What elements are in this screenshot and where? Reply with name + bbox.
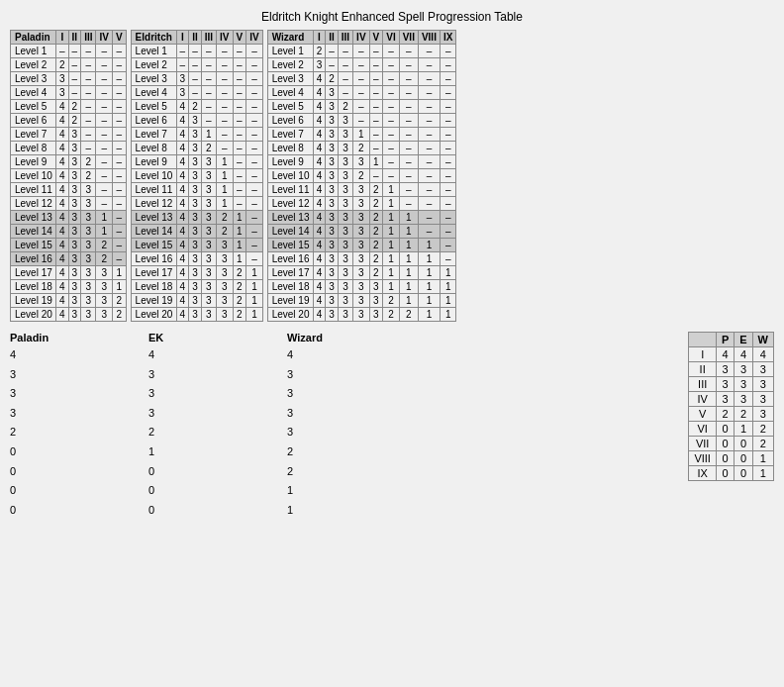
- table-row: Level 1: [11, 45, 56, 58]
- table-row: Level 3: [267, 72, 313, 86]
- list-item: 2: [287, 442, 426, 462]
- table-row: Level 15: [131, 239, 176, 252]
- wiz-col-1: I: [313, 31, 326, 45]
- table-row: Level 12: [131, 197, 176, 211]
- ek-col-6: IV: [246, 31, 262, 45]
- eldritch-table-container: Eldritch I II III IV V IV Level 1––––––L…: [131, 30, 263, 322]
- table-row: Level 9: [11, 155, 56, 169]
- list-item: 4: [287, 345, 426, 365]
- table-row: Level 2: [11, 58, 56, 72]
- ek-col-1: I: [176, 31, 189, 45]
- table-row: Level 13: [267, 211, 313, 225]
- wiz-col-7: VII: [399, 31, 418, 45]
- page-title: Eldritch Knight Enhanced Spell Progressi…: [10, 10, 774, 24]
- list-item: 3: [10, 365, 148, 385]
- ek-col-2: II: [189, 31, 202, 45]
- list-item: 3: [287, 404, 426, 424]
- table-row: Level 7: [11, 128, 56, 142]
- wizard-values: 433332211: [287, 345, 426, 520]
- bottom-wizard-label: Wizard: [287, 332, 426, 344]
- wiz-col-4: IV: [353, 31, 369, 45]
- sum-col-e: E: [735, 333, 752, 347]
- table-row: Level 13: [11, 211, 56, 225]
- table-row: Level 5: [267, 100, 313, 114]
- table-row: Level 8: [11, 142, 56, 155]
- table-row: Level 18: [131, 280, 176, 294]
- list-item: 0: [10, 442, 148, 462]
- table-row: Level 5: [131, 100, 176, 114]
- table-row: Level 15: [267, 239, 313, 252]
- table-row: Level 6: [267, 114, 313, 128]
- table-row: Level 4: [131, 86, 176, 100]
- table-row: Level 8: [267, 142, 313, 155]
- list-item: 2: [10, 423, 148, 442]
- table-row: Level 2: [267, 58, 313, 72]
- eldritch-table: Eldritch I II III IV V IV Level 1––––––L…: [131, 30, 263, 322]
- table-row: Level 4: [11, 86, 56, 100]
- table-row: Level 12: [11, 197, 56, 211]
- ek-col-3: III: [201, 31, 216, 45]
- sum-col-blank: [689, 333, 717, 347]
- wiz-col-3: III: [338, 31, 352, 45]
- table-row: Level 6: [131, 114, 176, 128]
- table-row: Level 9: [131, 155, 176, 169]
- eldritch-header: Eldritch: [131, 31, 176, 45]
- ek-col-4: IV: [217, 31, 233, 45]
- table-row: Level 2: [131, 58, 176, 72]
- list-item: 2: [148, 423, 287, 442]
- paladin-col-1: I: [56, 31, 69, 45]
- list-item: 0: [148, 501, 287, 521]
- table-row: Level 20: [267, 308, 313, 322]
- paladin-table-container: Paladin I II III IV V Level 1–––––Level …: [10, 30, 127, 322]
- table-row: Level 16: [267, 252, 313, 266]
- wiz-col-6: VI: [383, 31, 399, 45]
- table-row: Level 1: [131, 45, 176, 58]
- table-row: Level 10: [131, 169, 176, 183]
- list-item: 1: [148, 442, 287, 462]
- wizard-table-container: Wizard I II III IV V VI VII VIII IX Leve…: [267, 30, 457, 322]
- wizard-table: Wizard I II III IV V VI VII VIII IX Leve…: [267, 30, 457, 322]
- bottom-wizard: Wizard 433332211: [287, 332, 426, 520]
- wiz-col-2: II: [326, 31, 339, 45]
- table-row: Level 10: [267, 169, 313, 183]
- list-item: 3: [148, 384, 287, 404]
- table-row: Level 17: [267, 266, 313, 280]
- list-item: 3: [287, 384, 426, 404]
- table-row: Level 20: [131, 308, 176, 322]
- list-item: 4: [10, 345, 148, 365]
- wiz-col-5: V: [369, 31, 383, 45]
- paladin-col-3: III: [81, 31, 96, 45]
- paladin-col-4: IV: [96, 31, 112, 45]
- table-row: Level 10: [11, 169, 56, 183]
- bottom-ek: EK 433321000: [148, 332, 287, 520]
- wizard-header: Wizard: [267, 31, 313, 45]
- table-row: Level 5: [11, 100, 56, 114]
- list-item: 1: [287, 501, 426, 521]
- table-row: Level 11: [11, 183, 56, 197]
- table-row: Level 19: [11, 294, 56, 308]
- table-row: Level 12: [267, 197, 313, 211]
- table-row: Level 7: [131, 128, 176, 142]
- table-row: Level 8: [131, 142, 176, 155]
- list-item: 0: [10, 501, 148, 521]
- table-row: Level 14: [267, 225, 313, 239]
- ek-values: 433321000: [148, 345, 287, 520]
- list-item: 3: [148, 365, 287, 385]
- list-item: 3: [10, 404, 148, 424]
- table-row: Level 17: [131, 266, 176, 280]
- list-item: 3: [10, 384, 148, 404]
- table-row: Level 9: [267, 155, 313, 169]
- table-row: Level 19: [267, 294, 313, 308]
- list-item: 1: [287, 481, 426, 501]
- sum-col-w: W: [752, 333, 773, 347]
- table-row: Level 4: [267, 86, 313, 100]
- bottom-paladin: Paladin 433320000: [10, 332, 148, 520]
- wiz-col-9: IX: [440, 31, 455, 45]
- main-tables-row: Paladin I II III IV V Level 1–––––Level …: [10, 30, 774, 322]
- summary-table-container: P E W I444II333III333IV333V223VI012VII00…: [688, 332, 774, 520]
- table-row: Level 14: [11, 225, 56, 239]
- list-item: 3: [148, 404, 287, 424]
- table-row: Level 13: [131, 211, 176, 225]
- table-row: Level 3: [11, 72, 56, 86]
- table-row: Level 17: [11, 266, 56, 280]
